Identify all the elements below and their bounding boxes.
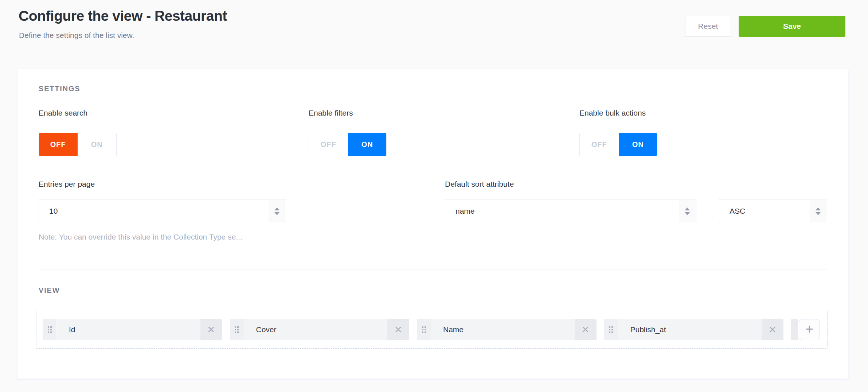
entries-per-page-label: Entries per page [39,180,95,189]
enable-bulk-actions-off-button[interactable]: OFF [580,133,619,156]
field-chip-cover[interactable]: Cover ✕ [230,319,410,340]
drag-handle-icon[interactable] [43,319,57,340]
field-chip-label: Cover [244,319,388,340]
drag-dots-icon [422,326,426,333]
arrow-up-icon [685,207,690,210]
page-subtitle: Define the settings of the list view. [19,31,134,40]
arrow-up-icon [274,207,279,210]
enable-filters-label: Enable filters [309,109,353,117]
enable-search-on-button[interactable]: ON [78,133,117,156]
remove-field-icon[interactable]: ✕ [200,319,222,340]
select-spinner-icon [679,200,696,222]
drag-handle-icon[interactable] [604,319,618,340]
drag-handle-icon[interactable] [417,319,431,340]
remove-field-icon[interactable]: ✕ [762,319,783,340]
remove-field-icon[interactable]: ✕ [387,319,409,340]
entries-per-page-select[interactable]: 10 [39,199,286,223]
enable-bulk-actions-toggle[interactable]: OFF ON [579,133,657,156]
select-spinner-icon [269,200,285,222]
enable-bulk-actions-on-button[interactable]: ON [619,133,658,156]
arrow-down-icon [274,212,279,215]
arrow-up-icon [816,207,821,210]
add-field-button[interactable]: + [799,319,820,340]
enable-search-off-button[interactable]: OFF [39,133,78,156]
field-chip-label: Id [57,319,200,340]
enable-filters-off-button[interactable]: OFF [309,133,348,156]
save-button[interactable]: Save [739,16,845,37]
select-spinner-icon [810,200,826,222]
entries-per-page-note: Note: You can override this value in the… [39,233,242,241]
drag-dots-icon [609,326,613,333]
arrow-down-icon [685,212,690,215]
entries-per-page-value: 10 [49,207,58,216]
enable-search-toggle[interactable]: OFF ON [39,133,117,156]
sort-order-select[interactable]: ASC [719,199,827,223]
field-chip-label: Publish_at [618,319,762,340]
add-field-group: + [791,319,820,340]
field-chip-publish-at[interactable]: Publish_at ✕ [604,319,784,340]
remove-field-icon[interactable]: ✕ [575,319,597,340]
page-title: Configure the view - Restaurant [19,8,227,24]
drag-handle-icon[interactable] [230,319,244,340]
view-section-title: VIEW [39,286,60,295]
settings-section-title: SETTINGS [39,85,80,93]
arrow-down-icon [816,212,821,215]
field-chip-id[interactable]: Id ✕ [43,319,222,340]
view-fields-dropzone: Id ✕ Cover ✕ Name ✕ Publish_at ✕ [36,311,828,349]
default-sort-attribute-value: name [455,207,475,216]
default-sort-attribute-select[interactable]: name [445,199,696,223]
reset-button[interactable]: Reset [685,16,731,37]
field-chip-name[interactable]: Name ✕ [417,319,597,340]
drag-dots-icon [235,326,239,333]
add-field-strip [791,319,798,340]
enable-filters-toggle[interactable]: OFF ON [309,133,387,156]
field-chip-label: Name [431,319,575,340]
default-sort-attribute-label: Default sort attribute [445,180,514,189]
sort-order-value: ASC [730,207,745,216]
section-divider [39,269,827,269]
drag-dots-icon [48,326,52,333]
enable-search-label: Enable search [39,109,87,117]
enable-bulk-actions-label: Enable bulk actions [579,109,646,117]
settings-card: SETTINGS Enable search Enable filters En… [17,69,848,379]
enable-filters-on-button[interactable]: ON [348,133,387,156]
